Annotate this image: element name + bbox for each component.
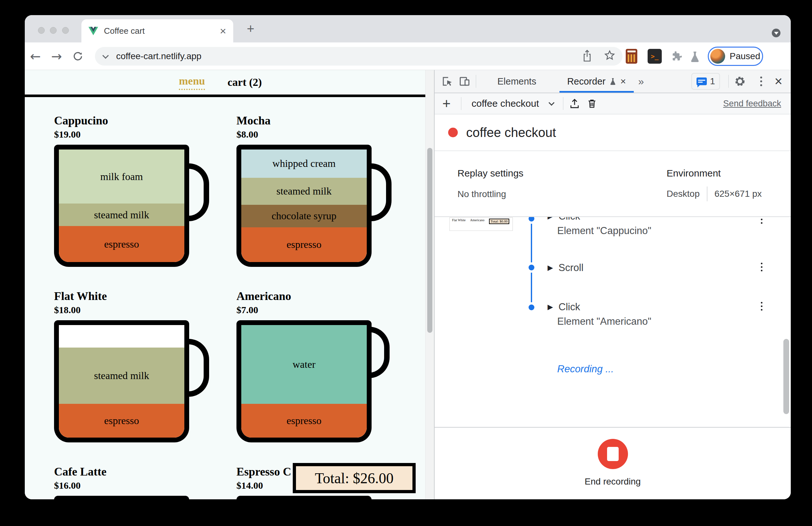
item-name: Flat White xyxy=(54,289,189,303)
share-icon[interactable] xyxy=(582,49,592,64)
nav-link-cart[interactable]: cart (2) xyxy=(228,76,262,88)
end-recording-button[interactable] xyxy=(598,439,628,469)
layer-label: espresso xyxy=(287,415,321,427)
browser-tab[interactable]: Coffee cart × xyxy=(82,19,233,42)
avatar xyxy=(710,49,725,64)
menu-item: Mocha$8.00whipped creamsteamed milkchoco… xyxy=(236,113,372,289)
cup-espresso-c[interactable] xyxy=(236,496,372,499)
thumbnail-total-badge: Total: $0.00 xyxy=(489,219,509,224)
bookmark-star-icon[interactable] xyxy=(604,49,615,62)
devtools-tabbar: Elements Recorder × » 1 xyxy=(435,70,791,93)
reload-button[interactable] xyxy=(70,48,86,64)
extension-flask-icon[interactable] xyxy=(690,50,700,64)
forward-button[interactable]: → xyxy=(48,48,65,64)
step-expand-icon[interactable]: ▶ xyxy=(548,303,557,311)
thumbnail-item: Americano xyxy=(470,219,484,222)
recording-select[interactable]: coffee checkout xyxy=(464,98,561,109)
settings-gear-icon[interactable] xyxy=(731,73,749,90)
end-recording-label: End recording xyxy=(435,477,791,487)
tab-recorder[interactable]: Recorder × xyxy=(558,70,635,93)
cup-wrap: whipped creamsteamed milkchocolate syrup… xyxy=(236,145,372,267)
cup-wrap xyxy=(54,496,189,499)
divider xyxy=(707,186,708,201)
traffic-light-close[interactable] xyxy=(38,27,45,34)
tab-close-icon[interactable]: × xyxy=(220,26,226,36)
environment-title[interactable]: Environment xyxy=(667,168,721,179)
step-expand-icon[interactable]: ▶ xyxy=(548,217,557,221)
cup-wrap: waterespresso xyxy=(236,320,372,442)
traffic-light-zoom[interactable] xyxy=(62,27,69,34)
page-scrollbar-thumb[interactable] xyxy=(427,148,432,333)
coffee-cart-page: menu cart (2) Cappucino$19.00milk foamst… xyxy=(25,70,434,499)
export-recording-icon[interactable] xyxy=(566,95,583,112)
recording-title: coffee checkout xyxy=(466,125,556,140)
layer-label: steamed milk xyxy=(94,370,149,382)
page-scrollbar-track[interactable] xyxy=(425,70,434,499)
recording-header: coffee checkout xyxy=(435,115,791,151)
traffic-light-minimize[interactable] xyxy=(50,27,57,34)
replay-settings-title[interactable]: Replay settings xyxy=(458,168,523,179)
cup-layer: whipped cream xyxy=(241,150,367,178)
cup-flat-white[interactable]: steamed milkespresso xyxy=(54,320,189,442)
cup-layer: espresso xyxy=(59,404,184,438)
item-price: $18.00 xyxy=(54,303,189,316)
layer-label: espresso xyxy=(104,415,139,427)
menu-item: Americano$7.00waterespresso xyxy=(236,289,372,464)
send-feedback-link[interactable]: Send feedback xyxy=(723,99,781,109)
profile-label: Paused xyxy=(730,51,760,61)
step-dot-icon xyxy=(528,265,534,270)
recorder-step[interactable]: ▶ClickElement "Americano" xyxy=(548,301,742,327)
delete-recording-icon[interactable] xyxy=(583,95,600,112)
url-bar[interactable]: coffee-cart.netlify.app xyxy=(95,47,623,65)
divider xyxy=(461,97,461,110)
layer-label: chocolate syrup xyxy=(272,210,336,222)
url-text: coffee-cart.netlify.app xyxy=(116,51,201,61)
step-expand-icon[interactable]: ▶ xyxy=(548,264,557,272)
site-info-chevron-icon[interactable] xyxy=(102,52,109,59)
layer-label: steamed milk xyxy=(94,209,149,221)
add-recording-button[interactable]: + xyxy=(435,96,459,110)
devtools-close-icon[interactable]: × xyxy=(769,74,791,89)
recorder-toolbar: + coffee checkout xyxy=(435,93,791,115)
new-tab-button[interactable]: + xyxy=(242,20,259,37)
tab-recorder-close-icon[interactable]: × xyxy=(620,76,626,87)
menu-item: Cafe Latte$16.00 xyxy=(54,464,189,499)
tab-strip: Coffee cart × + xyxy=(25,15,791,42)
cup-layer: espresso xyxy=(241,404,367,438)
cup-cafe-latte[interactable] xyxy=(54,496,189,499)
back-button[interactable]: ← xyxy=(27,48,43,64)
tab-search-icon[interactable] xyxy=(772,29,781,37)
extension-ledger-icon[interactable] xyxy=(626,49,637,64)
item-name: Cafe Latte xyxy=(54,464,189,479)
item-price: $16.00 xyxy=(54,479,189,492)
step-menu-kebab-icon[interactable] xyxy=(761,263,763,271)
tab-elements[interactable]: Elements xyxy=(488,70,545,93)
profile-chip[interactable]: Paused xyxy=(708,47,763,66)
nav-link-menu[interactable]: menu xyxy=(179,75,205,90)
step-menu-kebab-icon[interactable] xyxy=(761,217,763,224)
extension-terminal-icon[interactable]: >_ xyxy=(648,49,662,64)
cup-wrap xyxy=(236,496,372,499)
device-toolbar-icon[interactable] xyxy=(456,73,473,90)
devtools-menu-kebab-icon[interactable] xyxy=(760,76,762,86)
cart-total-badge[interactable]: Total: $26.00 xyxy=(293,463,416,493)
steps-scrollbar-thumb[interactable] xyxy=(783,339,789,414)
browser-window: Coffee cart × + ← → coffee-cart.netlify.… xyxy=(25,15,791,499)
step-menu-kebab-icon[interactable] xyxy=(761,302,763,311)
cup-layer: espresso xyxy=(59,226,184,262)
browser-toolbar: ← → coffee-cart.netlify.app xyxy=(25,42,791,70)
cup-mocha[interactable]: whipped creamsteamed milkchocolate syrup… xyxy=(236,145,372,267)
issues-counter[interactable]: 1 xyxy=(691,73,720,90)
item-name: Mocha xyxy=(236,113,372,128)
cup-americano[interactable]: waterespresso xyxy=(236,320,372,442)
inspect-element-icon[interactable] xyxy=(438,73,456,90)
cup-cappucino[interactable]: milk foamsteamed milkespresso xyxy=(54,145,189,267)
recording-status: Recording ... xyxy=(557,363,614,375)
step-action: Scroll xyxy=(559,262,584,274)
recorder-step[interactable]: ▶Scroll xyxy=(548,262,742,274)
extensions-puzzle-icon[interactable] xyxy=(671,51,682,64)
recorder-steps-list: Flat White Americano Total: $0.00 ▶Click… xyxy=(435,217,791,427)
cup-wrap: steamed milkespresso xyxy=(54,320,189,442)
recorder-step[interactable]: ▶ClickElement "Cappucino" xyxy=(548,217,742,237)
more-tabs-icon[interactable]: » xyxy=(635,76,647,88)
